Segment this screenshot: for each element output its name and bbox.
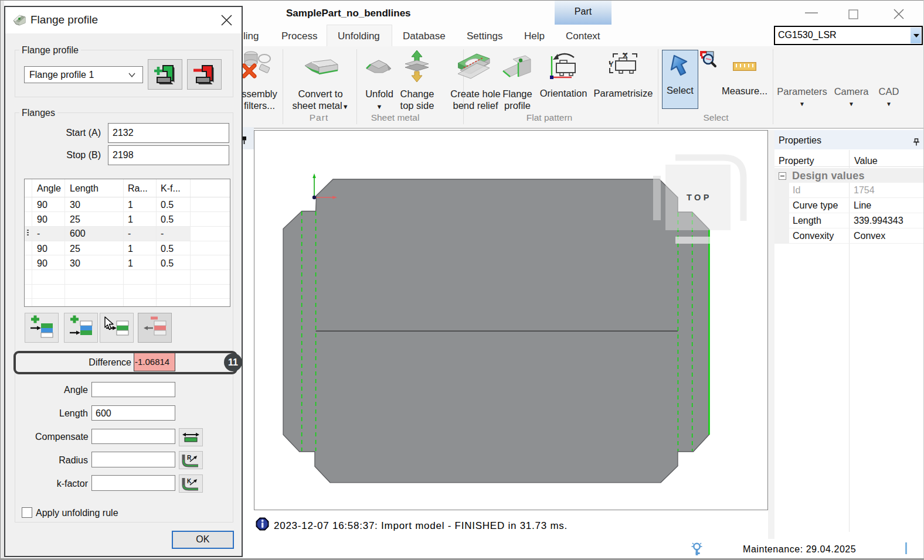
svg-text:TOP: TOP [687, 193, 712, 202]
svg-text:K: K [187, 478, 192, 484]
svg-text:R: R [187, 455, 192, 461]
svg-text:Y: Y [609, 60, 614, 69]
